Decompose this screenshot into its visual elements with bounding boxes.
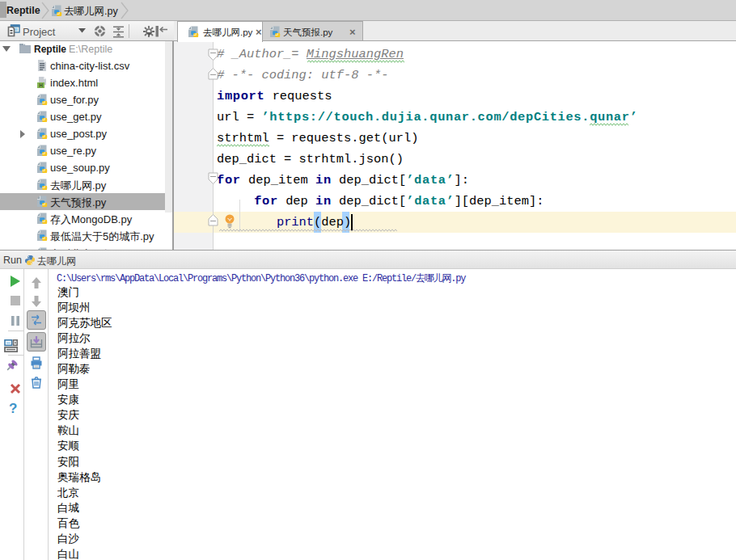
svg-text:H: H: [39, 82, 43, 88]
